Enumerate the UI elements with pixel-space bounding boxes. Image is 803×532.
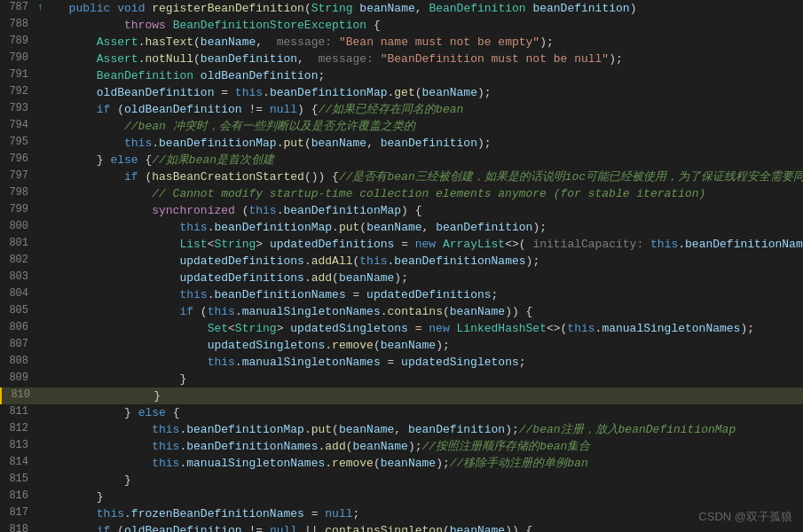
code-text: if (oldBeanDefinition != null) {//如果已经存在…: [53, 101, 803, 118]
code-line: 790 Assert.notNull(beanDefinition, messa…: [0, 51, 803, 67]
code-text: }: [53, 489, 803, 505]
gutter-icon: [37, 135, 53, 137]
code-text: updatedDefinitions.add(beanName);: [53, 270, 803, 286]
code-text: this.beanDefinitionNames.add(beanName);/…: [53, 438, 803, 455]
code-line: 811 } else {: [0, 404, 803, 421]
code-line: 793 if (oldBeanDefinition != null) {//如果…: [0, 101, 803, 118]
code-text: BeanDefinition oldBeanDefinition;: [53, 67, 803, 84]
line-number: 798: [0, 185, 37, 199]
code-text: Assert.notNull(beanDefinition, message: …: [53, 51, 803, 67]
line-number: 797: [0, 168, 37, 182]
line-number: 818: [0, 522, 37, 532]
code-line: 814 this.manualSingletonNames.remove(bea…: [0, 455, 803, 472]
gutter-icon: [37, 505, 53, 507]
code-line: 817 this.frozenBeanDefinitionNames = nul…: [0, 505, 803, 522]
line-number: 810: [2, 387, 39, 401]
code-line: 805 if (this.manualSingletonNames.contai…: [0, 303, 803, 320]
code-editor: 787↑ public void registerBeanDefinition(…: [0, 0, 803, 532]
gutter-icon: [37, 371, 53, 372]
gutter-icon: [37, 236, 53, 238]
code-text: if (hasBeanCreationStarted()) {//是否有bean…: [53, 168, 803, 185]
code-text: }: [53, 472, 803, 489]
code-text: // Cannot modify startup-time collection…: [53, 185, 803, 202]
code-text: }: [55, 387, 803, 404]
gutter-icon: [37, 84, 53, 86]
line-number: 817: [0, 505, 37, 519]
code-line: 792 oldBeanDefinition = this.beanDefinit…: [0, 84, 803, 101]
line-number: 804: [0, 286, 37, 300]
line-number: 806: [0, 320, 37, 333]
line-number: 790: [0, 51, 37, 64]
code-text: List<String> updatedDefinitions = new Ar…: [53, 236, 803, 253]
line-number: 805: [0, 303, 37, 317]
gutter-icon: [37, 67, 53, 69]
gutter-icon: [37, 489, 53, 490]
code-text: //bean 冲突时，会有一些判断以及是否允许覆盖之类的: [53, 118, 803, 135]
code-text: this.beanDefinitionMap.put(beanName, bea…: [53, 135, 803, 152]
gutter-icon: [37, 438, 53, 440]
gutter-icon: [37, 455, 53, 457]
code-line: 806 Set<String> updatedSingletons = new …: [0, 320, 803, 337]
code-text: if (this.manualSingletonNames.contains(b…: [53, 303, 803, 320]
line-number: 801: [0, 236, 37, 249]
line-number: 792: [0, 84, 37, 98]
code-line: 809 }: [0, 371, 803, 387]
code-text: this.beanDefinitionMap.put(beanName, bea…: [53, 219, 803, 236]
code-line: 818 if (oldBeanDefinition != null || con…: [0, 522, 803, 532]
code-line: 801 List<String> updatedDefinitions = ne…: [0, 236, 803, 253]
line-number: 811: [0, 404, 37, 418]
line-number: 808: [0, 354, 37, 367]
code-text: this.manualSingletonNames = updatedSingl…: [53, 354, 803, 371]
line-number: 807: [0, 337, 37, 350]
code-text: if (oldBeanDefinition != null || contain…: [53, 522, 803, 532]
code-line: 794 //bean 冲突时，会有一些判断以及是否允许覆盖之类的: [0, 118, 803, 135]
code-line: 804 this.beanDefinitionNames = updatedDe…: [0, 286, 803, 303]
gutter-icon: [37, 168, 53, 170]
code-text: }: [53, 371, 803, 387]
line-number: 809: [0, 371, 37, 384]
code-line: 807 updatedSingletons.remove(beanName);: [0, 337, 803, 354]
gutter-icon: [37, 253, 53, 254]
gutter-icon: [37, 320, 53, 322]
gutter-icon: [37, 522, 53, 524]
code-line: 813 this.beanDefinitionNames.add(beanNam…: [0, 438, 803, 455]
code-text: synchronized (this.beanDefinitionMap) {: [53, 202, 803, 219]
gutter-icon: [37, 17, 53, 19]
code-text: this.beanDefinitionMap.put(beanName, bea…: [53, 421, 803, 438]
code-line: 816 }: [0, 489, 803, 505]
line-number: 788: [0, 17, 37, 30]
code-line: 789 Assert.hasText(beanName, message: "B…: [0, 34, 803, 51]
line-number: 789: [0, 34, 37, 47]
line-number: 791: [0, 67, 37, 81]
line-number: 793: [0, 101, 37, 114]
code-line: 812 this.beanDefinitionMap.put(beanName,…: [0, 421, 803, 438]
code-line: 815 }: [0, 472, 803, 489]
code-line: 796 } else {//如果bean是首次创建: [0, 152, 803, 168]
code-line: 802 updatedDefinitions.addAll(this.beanD…: [0, 253, 803, 270]
line-number: 815: [0, 472, 37, 485]
code-text: this.manualSingletonNames.remove(beanNam…: [53, 455, 803, 472]
code-line: 797 if (hasBeanCreationStarted()) {//是否有…: [0, 168, 803, 185]
code-line: 810 }: [0, 387, 803, 404]
gutter-icon: [37, 101, 53, 103]
gutter-icon: [37, 421, 53, 423]
gutter-icon: [37, 51, 53, 52]
code-line: 795 this.beanDefinitionMap.put(beanName,…: [0, 135, 803, 152]
gutter-icon: [37, 354, 53, 356]
line-number: 814: [0, 455, 37, 468]
line-number: 796: [0, 152, 37, 165]
code-text: this.frozenBeanDefinitionNames = null;: [53, 505, 803, 522]
code-line: 791 BeanDefinition oldBeanDefinition;: [0, 67, 803, 84]
gutter-icon: [37, 337, 53, 339]
gutter-icon: [37, 303, 53, 305]
code-text: updatedSingletons.remove(beanName);: [53, 337, 803, 354]
code-line: 788 throws BeanDefinitionStoreException …: [0, 17, 803, 34]
code-text: Set<String> updatedSingletons = new Link…: [53, 320, 803, 337]
code-line: 808 this.manualSingletonNames = updatedS…: [0, 354, 803, 371]
gutter-icon: [39, 387, 55, 389]
watermark: CSDN @双子孤狼: [698, 509, 792, 525]
code-line: 799 synchronized (this.beanDefinitionMap…: [0, 202, 803, 219]
line-number: 787: [0, 0, 37, 13]
code-line: 803 updatedDefinitions.add(beanName);: [0, 270, 803, 286]
gutter-icon: [37, 34, 53, 35]
